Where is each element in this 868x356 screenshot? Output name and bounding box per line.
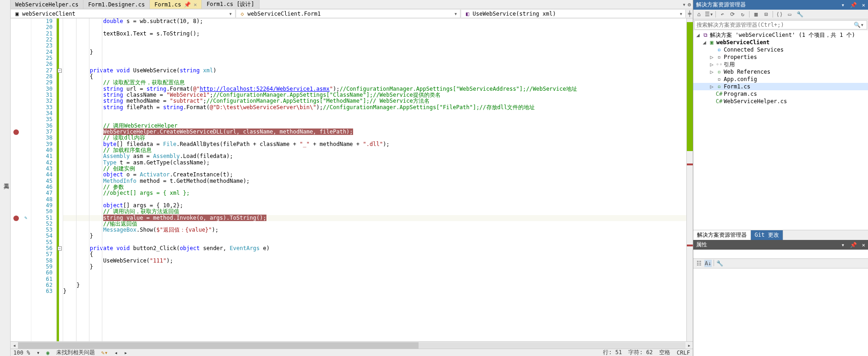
tab-git-changes[interactable]: Git 更改 [751, 230, 783, 240]
line-number[interactable]: 49 [31, 203, 53, 209]
tree-item[interactable]: ▷◦◦ 引用 [693, 61, 868, 68]
pin-icon[interactable]: 📌 [184, 1, 191, 8]
expand-icon[interactable]: ◢ [695, 32, 701, 38]
split-editor-button[interactable]: ╪ [686, 9, 693, 18]
line-number[interactable]: 19 [31, 18, 53, 24]
document-tab[interactable]: Form1.Designer.cs [83, 0, 150, 9]
alphabetical-icon[interactable]: A↓ [704, 260, 712, 267]
preview-icon[interactable]: ▭ [786, 11, 793, 18]
line-number[interactable]: 20 [31, 24, 53, 30]
code-editor[interactable]: ✎ 19202122232425262728293031323334353637… [11, 18, 693, 341]
line-number[interactable]: 38 [31, 135, 53, 141]
document-tab[interactable]: WebServiceHelper.cs [11, 0, 83, 9]
line-number[interactable]: 41 [31, 153, 53, 159]
line-number[interactable]: 22 [31, 37, 53, 43]
indent-indicator[interactable]: 空格 [659, 349, 670, 356]
line-number[interactable]: 21 [31, 31, 53, 37]
line-number[interactable]: 29 [31, 80, 53, 86]
code-line[interactable]: Type t = asm.GetType(className); [63, 160, 686, 166]
line-number[interactable]: 45 [31, 178, 53, 184]
code-line[interactable] [63, 276, 686, 282]
line-number[interactable]: 48 [31, 197, 53, 203]
line-number[interactable]: 36 [31, 123, 53, 129]
tree-item[interactable]: C# Program.cs [693, 90, 868, 98]
line-number[interactable]: 60 [31, 270, 53, 276]
code-line[interactable] [63, 197, 686, 203]
line-number[interactable]: 35 [31, 117, 53, 123]
eol-indicator[interactable]: CRLF [677, 350, 690, 356]
line-number[interactable]: 39 [31, 141, 53, 147]
solution-search[interactable]: 🔍▾ [694, 20, 867, 29]
code-line[interactable] [63, 61, 686, 67]
fold-toggle[interactable]: − [58, 246, 62, 251]
nav-member-combo[interactable]: ◧ UseWebService(string xml) ▾ [461, 10, 686, 18]
wrench-icon[interactable]: 🔧 [796, 11, 803, 18]
code-line[interactable]: { [63, 251, 686, 257]
pin-icon[interactable]: 📌 [850, 2, 857, 8]
overview-ruler[interactable] [686, 18, 693, 341]
code-line[interactable]: MessageBox.Show($"返回值：{value}"); [63, 227, 686, 233]
issues-text[interactable]: 未找到相关问题 [56, 349, 95, 356]
scroll-right-icon[interactable]: ▸ [685, 342, 693, 349]
code-line[interactable]: UseWebService("111"); [63, 258, 686, 264]
code-line[interactable]: // 读取dll内容 [63, 135, 686, 141]
col-indicator[interactable]: 字符: 62 [628, 349, 653, 356]
line-number[interactable]: 34 [31, 111, 53, 117]
properties-title[interactable]: 属性 ▾ 📌 ✕ [693, 240, 868, 250]
breakpoint-icon[interactable] [13, 216, 19, 221]
dropdown-icon[interactable]: ▾ [841, 2, 844, 8]
solution-explorer-title[interactable]: 解决方案资源管理器 ▾ 📌 ✕ [693, 0, 868, 10]
code-line[interactable]: textBox1.Text = s.ToString(); [63, 31, 686, 37]
scroll-left-icon[interactable]: ◂ [11, 342, 18, 349]
line-number[interactable]: 33 [31, 105, 53, 111]
document-tab[interactable]: Form1.cs📌✕ [150, 0, 202, 9]
code-line[interactable] [63, 43, 686, 49]
line-number[interactable]: 42 [31, 160, 53, 166]
switch-view-icon[interactable]: ☰▾ [705, 11, 713, 18]
line-indicator[interactable]: 行: 51 [603, 349, 622, 356]
tree-item[interactable]: ▷▫Properties [693, 53, 868, 61]
line-number[interactable]: 30 [31, 86, 53, 92]
code-line[interactable]: byte[] filedata = File.ReadAllBytes(file… [63, 141, 686, 147]
back-icon[interactable]: ↶ [719, 11, 726, 18]
line-number[interactable]: 63 [31, 288, 53, 294]
line-number[interactable]: 50 [31, 209, 53, 215]
solution-search-input[interactable] [695, 21, 851, 29]
code-line[interactable]: } [63, 288, 686, 294]
expand-icon[interactable]: ▷ [709, 54, 714, 60]
code-line[interactable]: string url = string.Format(@"http://loca… [63, 86, 686, 92]
line-number[interactable]: 43 [31, 166, 53, 172]
line-number[interactable]: 31 [31, 92, 53, 98]
code-line[interactable]: double s = wb.subtract(10, 8); [63, 18, 686, 24]
tree-item[interactable]: C# WebServiceHelper.cs [693, 98, 868, 105]
tabs-gear-icon[interactable]: ⚙ [688, 1, 691, 8]
line-number[interactable]: 46 [31, 184, 53, 190]
code-line[interactable] [63, 117, 686, 123]
code-line[interactable]: private void UseWebService(string xml) [63, 68, 686, 74]
code-line[interactable]: // 创建实例 [63, 166, 686, 172]
line-number[interactable]: 62 [31, 282, 53, 288]
left-toolbox-rail[interactable]: 工具箱 [0, 0, 11, 356]
solution-node[interactable]: ◢ ⧉ 解决方案 'webServiceClient' (1 个项目，共 1 个… [693, 31, 868, 39]
pin-icon[interactable]: 📌 [850, 242, 857, 248]
wrench-icon[interactable]: 🔧 [716, 260, 723, 267]
code-line[interactable] [63, 111, 686, 117]
collapse-icon[interactable]: ⊟ [762, 11, 770, 18]
line-number[interactable]: 40 [31, 147, 53, 153]
line-number[interactable]: 58 [31, 258, 53, 264]
show-all-icon[interactable]: ▦ [752, 11, 760, 18]
line-number[interactable]: 56 [31, 245, 53, 251]
scroll-thumb[interactable] [18, 342, 419, 349]
scroll-track[interactable] [18, 342, 685, 349]
code-line[interactable]: string value = method.Invoke(o, args).To… [63, 215, 686, 221]
line-number[interactable]: 23 [31, 43, 53, 49]
code-line[interactable]: //输出返回值 [63, 221, 686, 227]
line-number[interactable]: 47 [31, 190, 53, 196]
refresh-icon[interactable]: ↻ [739, 11, 746, 18]
properties-icon[interactable]: ⟨⟩ [776, 11, 783, 18]
code-line[interactable]: // 调用WebServiceHelper [63, 123, 686, 129]
line-number[interactable]: 44 [31, 172, 53, 178]
home-icon[interactable]: ⌂ [695, 11, 703, 18]
code-line[interactable]: WebServiceHelper.CreateWebServiceDLL(url… [63, 129, 686, 135]
search-icon[interactable]: 🔍▾ [851, 22, 867, 28]
